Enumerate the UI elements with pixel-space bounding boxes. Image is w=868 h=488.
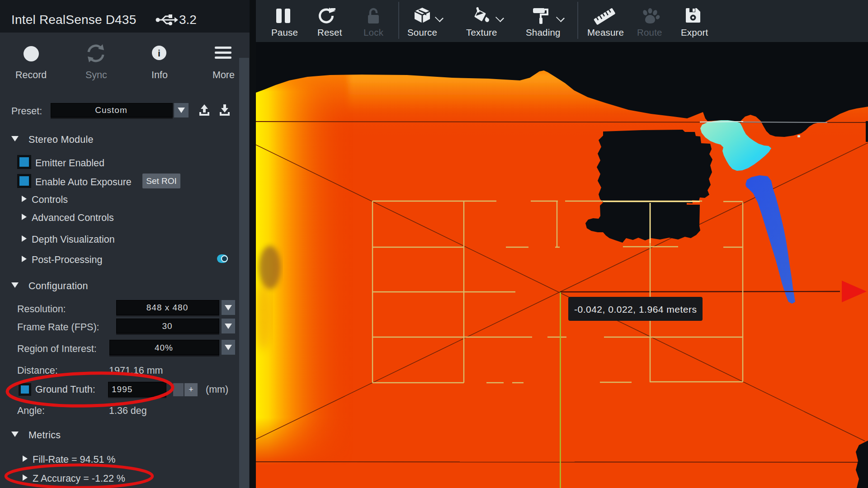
svg-text:-0.042, 0.022, 1.964 meters: -0.042, 0.022, 1.964 meters — [574, 304, 697, 314]
